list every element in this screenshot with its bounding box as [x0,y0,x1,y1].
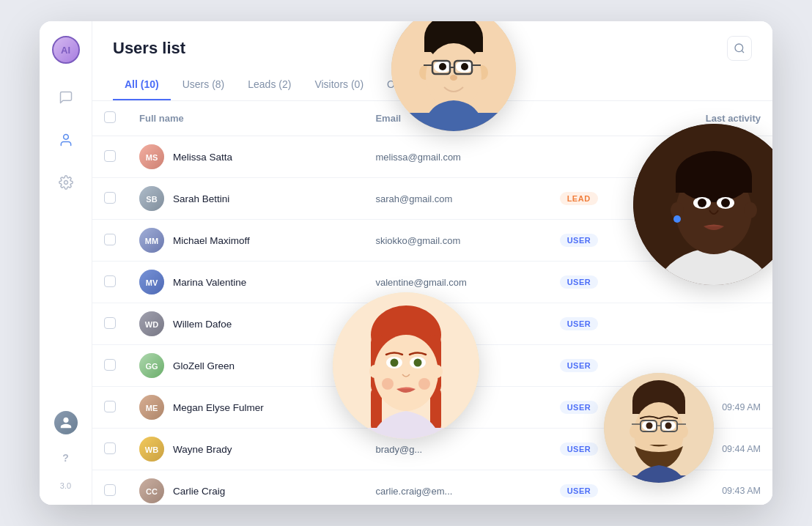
tab-bar: All (10) Users (8) Leads (2) Visitors (0… [113,73,752,100]
row-name-cell: CC Carlie Craig [128,470,363,505]
row-full-name: Michael Maximoff [173,235,250,246]
row-full-name: Willem Dafoe [173,319,232,330]
row-checkbox-cell [92,303,128,345]
svg-text:ME: ME [146,404,158,412]
header-top: Users list [113,36,752,61]
app-window: AI [40,21,772,505]
row-checkbox-cell [92,262,128,303]
type-badge: USER [560,442,599,456]
table-row: MV Marina Valentine valentine@gmail.com … [92,262,772,303]
row-avatar: MM [139,228,164,253]
svg-point-1 [64,181,67,185]
row-checkbox[interactable] [104,234,116,245]
type-badge: LEAD [560,192,598,205]
header-actions [727,36,752,61]
row-name-cell: MM Michael Maximoff [128,220,363,262]
row-checkbox[interactable] [104,275,116,287]
row-type: USER [548,262,647,303]
svg-text:CC: CC [146,487,158,496]
row-type: USER [548,345,647,387]
table-row: CC Carlie Craig carlie.craig@em... USER … [92,470,772,505]
help-icon[interactable]: ? [53,445,79,471]
row-name-cell: WB Wayne Brady [128,429,363,470]
email-header: Email [363,101,547,136]
svg-text:SB: SB [146,195,157,204]
row-avatar: WB [139,437,164,462]
row-checkbox[interactable] [104,442,116,454]
tab-leads[interactable]: Leads (2) [236,73,303,100]
version-label: 3.0 [60,481,71,490]
filter-icon-btn[interactable] [727,36,752,61]
svg-text:MS: MS [146,153,158,162]
row-email: valentine@gmail.com [363,262,547,303]
row-type: USER [548,220,647,262]
tab-users[interactable]: Users (8) [171,73,237,100]
users-table-area: Full name Email Last activity MS [92,101,772,505]
row-name-cell: WD Willem Dafoe [128,303,363,345]
tab-visitors[interactable]: Visitors (0) [303,73,375,100]
tab-all[interactable]: All (10) [113,73,171,100]
row-checkbox[interactable] [104,484,116,496]
row-full-name: Marina Valentine [173,277,246,288]
type-badge: USER [560,275,599,289]
row-last-activity: 09:44 AM [647,429,772,470]
row-avatar: WD [139,311,164,336]
tab-online[interactable]: Online [375,73,428,100]
row-avatar: CC [139,478,164,503]
table-row: ME Megan Elyse Fulmer elyse.... USER 09:… [92,387,772,429]
svg-text:WD: WD [145,320,158,329]
row-avatar: MS [139,144,164,169]
user-avatar[interactable] [54,411,78,434]
row-full-name: Melissa Satta [173,152,232,163]
page-header: Users list All (10) Users (8) Leads (2) … [92,21,772,101]
settings-icon[interactable] [53,169,79,196]
users-icon[interactable] [53,127,79,153]
svg-text:MM: MM [145,237,158,245]
sidebar-bottom: ? 3.0 [53,411,79,490]
row-avatar: ME [139,395,164,420]
svg-text:WB: WB [145,445,158,454]
table-row: WB Wayne Brady brady@g... USER 09:44 AM [92,429,772,470]
row-checkbox-cell [92,178,128,220]
row-avatar: GG [139,353,164,378]
app-logo[interactable]: AI [52,36,80,64]
type-badge: USER [560,484,599,497]
row-email: melissa@gmail.com [363,136,547,178]
chat-icon[interactable] [53,84,79,111]
row-email: sarah@gmail.com [363,178,547,220]
row-last-activity [647,345,772,387]
row-name-cell: SB Sarah Bettini [128,178,363,220]
row-checkbox-cell [92,470,128,505]
main-content: Users list All (10) Users (8) Leads (2) … [92,21,772,505]
table-row: SB Sarah Bettini sarah@gmail.com LEAD [92,178,772,220]
table-row: MM Michael Maximoff skiokko@gmail.com US… [92,220,772,262]
row-full-name: Sarah Bettini [173,193,229,204]
row-email: carlie.craig@em... [363,470,547,505]
svg-point-2 [735,44,743,52]
select-all-checkbox[interactable] [104,111,116,123]
table-body: MS Melissa Satta melissa@gmail.com [92,136,772,505]
row-last-activity [647,303,772,345]
row-type: USER [548,429,647,470]
row-type: LEAD [548,178,647,220]
table-row: GG GloZell Green ggreen@... USER [92,345,772,387]
row-checkbox-cell [92,387,128,429]
row-full-name: Megan Elyse Fulmer [173,402,264,413]
checkbox-header [92,101,128,136]
svg-point-0 [63,135,68,140]
row-last-activity [647,178,772,220]
type-badge: USER [560,359,599,372]
sidebar-nav [53,84,79,411]
row-checkbox[interactable] [104,150,116,162]
row-checkbox[interactable] [104,401,116,412]
row-checkbox[interactable] [104,359,116,371]
row-last-activity [647,220,772,262]
row-checkbox[interactable] [104,317,116,329]
row-name-cell: MS Melissa Satta [128,136,363,178]
type-header [548,101,647,136]
type-badge: USER [560,317,599,330]
row-name-cell: MV Marina Valentine [128,262,363,303]
row-checkbox[interactable] [104,192,116,204]
row-full-name: Carlie Craig [173,486,225,497]
svg-text:GG: GG [145,362,158,371]
